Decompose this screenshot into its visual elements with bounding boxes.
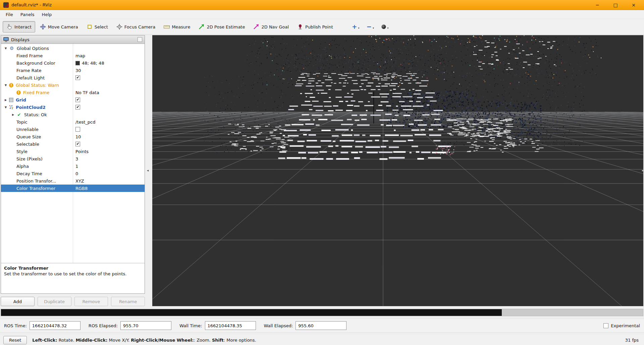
property-name-cell: Fixed Frame <box>1 53 73 58</box>
splitter-collapse-left-icon[interactable]: ◂ <box>147 169 149 172</box>
property-value[interactable]: /test_pcd <box>75 120 96 125</box>
tree-row-default-light[interactable]: Default Light✔ <box>1 74 145 81</box>
tree-row-grid[interactable]: ▶Grid✔ <box>1 96 145 104</box>
tree-row-decay-time[interactable]: Decay Time0 <box>1 170 145 177</box>
displays-tree: ▼⚙Global OptionsFixed FramemapBackground… <box>1 44 145 263</box>
property-name-cell: Position Transfor... <box>1 179 73 184</box>
tree-row-frame-rate[interactable]: Frame Rate30 <box>1 67 145 74</box>
tree-row-background-color[interactable]: Background Color48; 48; 48 <box>1 59 145 67</box>
tool-label: 2D Nav Goal <box>261 24 289 29</box>
color-swatch[interactable] <box>75 61 80 65</box>
expander-right-icon[interactable]: ▶ <box>3 98 8 101</box>
help-segment: Right-Click/Mouse Wheel: <box>131 338 194 343</box>
tool-measure[interactable]: Measure <box>160 21 194 32</box>
property-checkbox[interactable]: ✔ <box>75 75 80 80</box>
property-label: Global Options <box>16 46 49 51</box>
tree-row-unreliable[interactable]: Unreliable <box>1 126 145 133</box>
tool-move-camera[interactable]: Move Camera <box>36 21 82 32</box>
close-button[interactable]: × <box>629 3 638 7</box>
duplicate-button[interactable]: Duplicate <box>38 297 71 306</box>
displays-panel: Displays ▼⚙Global OptionsFixed FramemapB… <box>1 35 145 294</box>
status-bar: Reset Left-Click: Rotate. Middle-Click: … <box>0 335 644 345</box>
tree-row-pointcloud2[interactable]: ▼PointCloud2✔ <box>1 104 145 111</box>
property-checkbox[interactable] <box>75 127 80 132</box>
tool-label: Select <box>95 24 108 29</box>
viewport-canvas[interactable] <box>152 35 643 306</box>
tool-publish-point[interactable]: Publish Point <box>293 21 337 32</box>
tool-label: Publish Point <box>305 24 333 29</box>
remove-button[interactable]: Remove <box>74 297 108 306</box>
tree-row-selectable[interactable]: Selectable✔ <box>1 140 145 148</box>
property-value[interactable]: No TF data <box>75 90 99 95</box>
scrollbar-thumb[interactable] <box>1 309 502 316</box>
property-value[interactable]: 30 <box>75 68 81 73</box>
panel-undock-button[interactable] <box>138 37 142 42</box>
expander-down-icon[interactable]: ▼ <box>3 84 8 87</box>
tree-row-fixed-frame[interactable]: Fixed Framemap <box>1 52 145 59</box>
property-value[interactable]: 10 <box>75 134 81 139</box>
tree-row-fixed-frame[interactable]: !Fixed FrameNo TF data <box>1 89 145 96</box>
mouse-help-text: Left-Click: Rotate. Middle-Click: Move X… <box>32 338 256 343</box>
ros-time-field[interactable] <box>30 321 80 330</box>
tool-options-button[interactable]: ▾ <box>379 22 390 32</box>
reset-button[interactable]: Reset <box>3 336 27 344</box>
dropdown-caret-icon[interactable]: ▾ <box>387 27 389 29</box>
property-label: Grid <box>15 97 26 102</box>
expander-down-icon[interactable]: ▼ <box>3 106 8 109</box>
maximize-button[interactable]: □ <box>611 3 620 7</box>
wall-time-field[interactable] <box>205 321 256 330</box>
dropdown-caret-icon[interactable]: ▾ <box>358 27 360 29</box>
property-checkbox[interactable]: ✔ <box>75 105 80 110</box>
property-value[interactable]: 0 <box>75 171 78 176</box>
property-name-cell: ▼PointCloud2 <box>1 105 73 110</box>
menu-help[interactable]: Help <box>38 11 56 18</box>
wall-elapsed-field[interactable] <box>296 321 346 330</box>
tree-row-queue-size[interactable]: Queue Size10 <box>1 133 145 140</box>
tree-row-topic[interactable]: Topic/test_pcd <box>1 118 145 126</box>
add-button[interactable]: Add <box>1 297 35 306</box>
tool-focus-camera[interactable]: Focus Camera <box>113 21 159 32</box>
tree-row-global-status-warn[interactable]: ▼!Global Status: Warn <box>1 81 145 89</box>
expander-right-icon[interactable]: ▶ <box>10 113 16 116</box>
property-value-cell: 1 <box>73 164 145 169</box>
property-value[interactable]: RGB8 <box>75 186 88 191</box>
tree-row-position-transfor[interactable]: Position Transfor...XYZ <box>1 177 145 185</box>
tree-row-size-pixels[interactable]: Size (Pixels)3 <box>1 155 145 162</box>
tool-select[interactable]: Select <box>83 21 112 32</box>
property-value[interactable]: 1 <box>75 164 78 169</box>
tool-2d-nav-goal[interactable]: 2D Nav Goal <box>250 21 292 32</box>
rename-button[interactable]: Rename <box>111 297 145 306</box>
expander-down-icon[interactable]: ▼ <box>3 47 8 50</box>
tree-row-color-transformer[interactable]: Color TransformerRGB8 <box>1 185 145 192</box>
property-checkbox[interactable]: ✔ <box>75 142 80 146</box>
property-value[interactable]: Points <box>75 149 89 154</box>
minimize-button[interactable]: ─ <box>593 3 602 7</box>
add-tool-button[interactable]: +▾ <box>350 22 361 32</box>
tree-row-global-options[interactable]: ▼⚙Global Options <box>1 45 145 52</box>
horizontal-scrollbar[interactable] <box>1 309 643 316</box>
property-checkbox[interactable]: ✔ <box>75 97 80 102</box>
dropdown-caret-icon[interactable]: ▾ <box>373 27 374 29</box>
experimental-checkbox[interactable] <box>603 323 608 328</box>
displays-panel-header[interactable]: Displays <box>1 36 145 44</box>
tree-row-status-ok[interactable]: ▶✔Status: Ok <box>1 111 145 118</box>
rviz-window: default.rviz* - RViz ─□× FilePanelsHelp … <box>0 0 644 345</box>
property-label: Color Transformer <box>16 186 55 191</box>
property-label: Position Transfor... <box>16 179 56 184</box>
splitter-collapse-right-icon[interactable]: ▸ <box>642 169 644 172</box>
menu-file[interactable]: File <box>2 11 17 18</box>
tree-row-style[interactable]: StylePoints <box>1 148 145 155</box>
property-value[interactable]: XYZ <box>75 179 84 184</box>
menu-panels[interactable]: Panels <box>17 11 38 18</box>
ros-elapsed-field[interactable] <box>120 321 171 330</box>
property-value[interactable]: 3 <box>75 156 78 161</box>
tool-2d-pose-estimate[interactable]: 2D Pose Estimate <box>195 21 249 32</box>
render-viewport <box>152 35 643 306</box>
property-value[interactable]: 48; 48; 48 <box>82 61 104 66</box>
titlebar[interactable]: default.rviz* - RViz ─□× <box>0 0 644 10</box>
remove-tool-button[interactable]: −▾ <box>364 22 376 32</box>
property-name-cell: ▼!Global Status: Warn <box>1 83 73 88</box>
property-value[interactable]: map <box>75 53 85 58</box>
tree-row-alpha[interactable]: Alpha1 <box>1 162 145 170</box>
tool-interact[interactable]: Interact <box>3 21 35 32</box>
